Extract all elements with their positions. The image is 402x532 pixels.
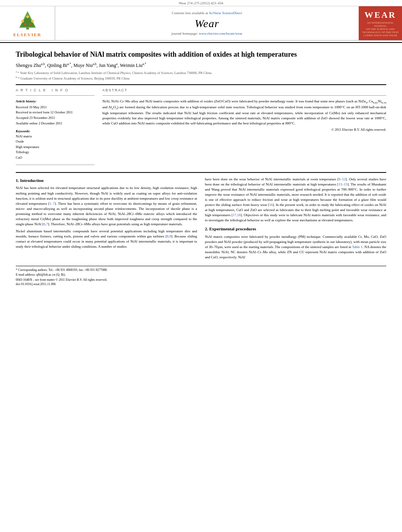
abstract-label: ABSTRACT bbox=[102, 88, 386, 92]
ref-8-9[interactable]: 8,9 bbox=[167, 234, 171, 238]
journal-header: Wear 274–275 (2012) 423–434 ELSEVIER bbox=[0, 0, 402, 43]
section2-heading: 2. Experimental procedures bbox=[205, 226, 387, 232]
affil-b: b ᵇ Graduate University of Chinese Acade… bbox=[16, 76, 386, 81]
intro-para3: have been done on the wear behavior of N… bbox=[205, 177, 387, 223]
volume-bar: Wear 274–275 (2012) 423–434 bbox=[0, 0, 402, 6]
article-info-column: A R T I C L E I N F O Article history: R… bbox=[16, 88, 94, 168]
contents-line: Contents lists available at SciVerse Sci… bbox=[172, 11, 242, 15]
doi-line: doi:10.1016/j.wear.2011.11.006 bbox=[16, 282, 386, 286]
article-title: Tribological behavior of NiAl matrix com… bbox=[16, 50, 386, 59]
accepted-date: Accepted 23 November 2011 bbox=[16, 115, 94, 120]
keyword-4: Tribology bbox=[16, 150, 94, 155]
journal-homepage: journal homepage: www.elsevier.com/locat… bbox=[172, 32, 243, 35]
svg-point-5 bbox=[26, 15, 29, 18]
ref-6-7[interactable]: 6,7 bbox=[43, 222, 48, 226]
keyword-3: High temperature bbox=[16, 145, 94, 150]
svg-point-4 bbox=[31, 20, 34, 22]
affiliations: a ᵃ State Key Laboratory of Solid Lubric… bbox=[16, 70, 386, 81]
wear-logo-box: WEAR AN INTERNATIONAL JOURNALON THE SCIE… bbox=[359, 6, 402, 40]
body-columns: 1. Introduction NiAl has been selected f… bbox=[16, 177, 386, 262]
ref-9-12[interactable]: 9–12 bbox=[339, 177, 346, 181]
available-date: Available online 2 December 2011 bbox=[16, 121, 94, 126]
received-date: Received 10 May 2011 bbox=[16, 105, 94, 110]
abstract-bottom-divider bbox=[16, 172, 386, 173]
svg-point-7 bbox=[29, 23, 31, 25]
homepage-link[interactable]: www.elsevier.com/locate/wear bbox=[199, 32, 242, 35]
journal-center: Contents lists available at SciVerse Sci… bbox=[55, 6, 359, 40]
body-col-left: 1. Introduction NiAl has been selected f… bbox=[16, 177, 197, 262]
abstract-text: NiAl, NiAl–Cr–Mo alloy and NiAl matrix c… bbox=[102, 99, 386, 126]
svg-point-6 bbox=[24, 23, 26, 25]
ref-1-7[interactable]: 1–7 bbox=[50, 202, 55, 206]
keyword-5: CuO bbox=[16, 155, 94, 161]
abstract-top-divider bbox=[102, 95, 386, 96]
table1-link[interactable]: Table 1 bbox=[352, 245, 363, 249]
keyword-2: Oxide bbox=[16, 139, 94, 145]
ref-16[interactable]: 16 bbox=[269, 203, 273, 207]
wear-logo-text: WEAR bbox=[365, 10, 396, 20]
article-history: Article history: Received 10 May 2011 Re… bbox=[16, 99, 94, 126]
info-top-divider bbox=[16, 95, 94, 96]
elsevier-logo-box: ELSEVIER bbox=[0, 6, 55, 40]
intro-para2: Nickel aluminium based intermetallic com… bbox=[16, 229, 197, 249]
elsevier-text: ELSEVIER bbox=[13, 32, 42, 37]
ref-13-15[interactable]: 13–15 bbox=[339, 182, 348, 186]
elsevier-tree-icon bbox=[14, 9, 41, 31]
authors-line: Shengyu Zhua,b, Qinling Bia,*, Muye Niua… bbox=[16, 62, 386, 69]
keywords-bottom-divider bbox=[16, 165, 94, 165]
history-label: Article history: bbox=[16, 99, 94, 104]
keywords-label: Keywords: bbox=[16, 129, 94, 133]
section1-heading: 1. Introduction bbox=[16, 178, 197, 184]
abstract-column: ABSTRACT NiAl, NiAl–Cr–Mo alloy and NiAl… bbox=[102, 88, 386, 168]
article-content: Tribological behavior of NiAl matrix com… bbox=[0, 43, 402, 293]
volume-text: Wear 274–275 (2012) 423–434 bbox=[179, 1, 223, 5]
header-logos: ELSEVIER Contents lists available at Sci… bbox=[0, 6, 402, 41]
keyword-1: NiAl matrix bbox=[16, 134, 94, 139]
wear-logo-sub: AN INTERNATIONAL JOURNALON THE SCIENCE A… bbox=[362, 21, 399, 37]
title-divider bbox=[16, 84, 386, 85]
issn-line: 0043-1648/$ – see front matter © 2011 El… bbox=[16, 278, 386, 282]
footnote-email-line: E-mail address: qlbi@lzb.ac.cn (Q. Bi). bbox=[16, 272, 386, 277]
svg-point-3 bbox=[21, 20, 24, 22]
experimental-para1: NiAl matrix composites were fabricated b… bbox=[205, 234, 387, 260]
info-abstract-columns: A R T I C L E I N F O Article history: R… bbox=[16, 88, 386, 168]
copyright-line: © 2011 Elsevier B.V. All rights reserved… bbox=[102, 128, 386, 132]
footnote-area: * Corresponding authors. Tel.: +86 931 4… bbox=[16, 266, 386, 277]
intro-para1: NiAl has been selected for elevated temp… bbox=[16, 185, 197, 226]
article-info-label: A R T I C L E I N F O bbox=[16, 88, 94, 92]
sciverse-link[interactable]: SciVerse ScienceDirect bbox=[209, 11, 242, 15]
body-col-right: have been done on the wear behavior of N… bbox=[205, 177, 387, 262]
revised-date: Received in revised form 12 October 2011 bbox=[16, 110, 94, 115]
affil-a: a ᵃ State Key Laboratory of Solid Lubric… bbox=[16, 70, 386, 76]
journal-name-title: Wear bbox=[195, 17, 219, 30]
ref-17-18[interactable]: 17,18 bbox=[233, 213, 241, 217]
footnote-star-line: * Corresponding authors. Tel.: +86 931 4… bbox=[16, 268, 386, 272]
